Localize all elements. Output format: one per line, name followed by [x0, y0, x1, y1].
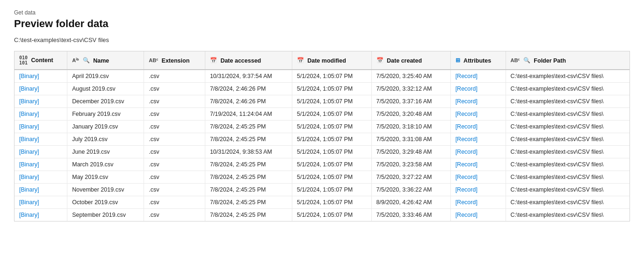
cell-folder-path: C:\test-examples\text-csv\CSV files\	[506, 184, 630, 196]
cell-date-created: 8/9/2020, 4:26:42 AM	[371, 196, 450, 209]
cell-date-accessed: 7/8/2024, 2:46:26 PM	[205, 95, 292, 108]
col-name-label: Name	[93, 57, 109, 64]
cell-attributes[interactable]: [Record]	[450, 146, 506, 158]
cell-attributes[interactable]: [Record]	[450, 83, 506, 95]
cell-attributes[interactable]: [Record]	[450, 184, 506, 196]
cell-extension: .csv	[144, 209, 205, 221]
cell-attributes[interactable]: [Record]	[450, 171, 506, 184]
cell-date-modified: 5/1/2024, 1:05:07 PM	[292, 146, 371, 158]
table-row: [Binary]December 2019.csv.csv7/8/2024, 2…	[14, 95, 630, 108]
cell-extension: .csv	[144, 133, 205, 146]
cell-content[interactable]: [Binary]	[14, 171, 67, 184]
cell-content[interactable]: [Binary]	[14, 196, 67, 209]
col-header-date-modified: 📅 Date modified	[292, 51, 371, 70]
cell-name: March 2019.csv	[67, 158, 144, 171]
cell-date-modified: 5/1/2024, 1:05:07 PM	[292, 158, 371, 171]
cal-icon-accessed: 📅	[210, 57, 217, 64]
cell-extension: .csv	[144, 83, 205, 95]
cell-folder-path: C:\test-examples\text-csv\CSV files\	[506, 158, 630, 171]
cell-content[interactable]: [Binary]	[14, 133, 67, 146]
cell-attributes[interactable]: [Record]	[450, 158, 506, 171]
cell-extension: .csv	[144, 184, 205, 196]
search-icon-fp: 🔍	[523, 57, 530, 64]
cell-date-created: 7/5/2020, 3:23:58 AM	[371, 158, 450, 171]
cell-date-created: 7/5/2020, 3:18:10 AM	[371, 121, 450, 133]
cell-date-accessed: 10/31/2024, 9:37:54 AM	[205, 70, 292, 83]
cell-content[interactable]: [Binary]	[14, 108, 67, 121]
cell-date-modified: 5/1/2024, 1:05:07 PM	[292, 209, 371, 221]
col-attributes-label: Attributes	[463, 57, 491, 64]
cell-extension: .csv	[144, 70, 205, 83]
cell-date-modified: 5/1/2024, 1:05:07 PM	[292, 108, 371, 121]
cell-name: October 2019.csv	[67, 196, 144, 209]
cell-folder-path: C:\test-examples\text-csv\CSV files\	[506, 121, 630, 133]
cell-content[interactable]: [Binary]	[14, 184, 67, 196]
cell-folder-path: C:\test-examples\text-csv\CSV files\	[506, 70, 630, 83]
cell-folder-path: C:\test-examples\text-csv\CSV files\	[506, 171, 630, 184]
grid-icon-attributes: ⊞	[456, 57, 460, 64]
cell-content[interactable]: [Binary]	[14, 209, 67, 221]
cell-attributes[interactable]: [Record]	[450, 95, 506, 108]
cell-date-modified: 5/1/2024, 1:05:07 PM	[292, 83, 371, 95]
cell-folder-path: C:\test-examples\text-csv\CSV files\	[506, 83, 630, 95]
col-extension-label: Extension	[162, 57, 190, 64]
cell-content[interactable]: [Binary]	[14, 158, 67, 171]
table-row: [Binary]February 2019.csv.csv7/19/2024, …	[14, 108, 630, 121]
cell-content[interactable]: [Binary]	[14, 95, 67, 108]
cell-extension: .csv	[144, 121, 205, 133]
search-icon-name: 🔍	[83, 57, 90, 64]
cell-name: December 2019.csv	[67, 95, 144, 108]
cell-date-created: 7/5/2020, 3:25:40 AM	[371, 70, 450, 83]
cell-date-accessed: 7/8/2024, 2:46:26 PM	[205, 83, 292, 95]
cell-name: September 2019.csv	[67, 209, 144, 221]
table-container: 010101 Content Aⁱᵇ 🔍 Name ABᶜ Extension …	[14, 51, 630, 221]
cell-folder-path: C:\test-examples\text-csv\CSV files\	[506, 133, 630, 146]
table-row: [Binary]July 2019.csv.csv7/8/2024, 2:45:…	[14, 133, 630, 146]
preview-table: 010101 Content Aⁱᵇ 🔍 Name ABᶜ Extension …	[14, 51, 630, 221]
cell-attributes[interactable]: [Record]	[450, 121, 506, 133]
cell-extension: .csv	[144, 158, 205, 171]
cell-date-accessed: 10/31/2024, 9:38:53 AM	[205, 146, 292, 158]
col-header-attributes: ⊞ Attributes	[450, 51, 506, 70]
cell-name: January 2019.csv	[67, 121, 144, 133]
cell-content[interactable]: [Binary]	[14, 146, 67, 158]
abc-icon-ext: ABᶜ	[149, 57, 158, 64]
cell-attributes[interactable]: [Record]	[450, 196, 506, 209]
cell-attributes[interactable]: [Record]	[450, 209, 506, 221]
col-date-modified-label: Date modified	[307, 57, 346, 64]
cell-attributes[interactable]: [Record]	[450, 108, 506, 121]
cell-date-accessed: 7/8/2024, 2:45:25 PM	[205, 209, 292, 221]
cell-date-accessed: 7/19/2024, 11:24:04 AM	[205, 108, 292, 121]
col-content-label: Content	[31, 57, 53, 64]
cell-attributes[interactable]: [Record]	[450, 70, 506, 83]
cell-date-accessed: 7/8/2024, 2:45:25 PM	[205, 121, 292, 133]
cell-content[interactable]: [Binary]	[14, 70, 67, 83]
col-header-folder-path: ABᶜ 🔍 Folder Path	[506, 51, 630, 70]
cell-name: June 2019.csv	[67, 146, 144, 158]
cell-date-modified: 5/1/2024, 1:05:07 PM	[292, 70, 371, 83]
col-date-created-label: Date created	[387, 57, 422, 64]
cell-folder-path: C:\test-examples\text-csv\CSV files\	[506, 209, 630, 221]
get-data-label: Get data	[14, 9, 630, 16]
cell-folder-path: C:\test-examples\text-csv\CSV files\	[506, 196, 630, 209]
cell-content[interactable]: [Binary]	[14, 121, 67, 133]
cell-extension: .csv	[144, 108, 205, 121]
col-date-accessed-label: Date accessed	[220, 57, 261, 64]
cell-date-modified: 5/1/2024, 1:05:07 PM	[292, 184, 371, 196]
folder-path: C:\test-examples\text-csv\CSV files	[14, 36, 630, 43]
cell-content[interactable]: [Binary]	[14, 83, 67, 95]
cell-date-modified: 5/1/2024, 1:05:07 PM	[292, 171, 371, 184]
cell-attributes[interactable]: [Record]	[450, 133, 506, 146]
cell-date-modified: 5/1/2024, 1:05:07 PM	[292, 95, 371, 108]
cal-icon-created: 📅	[376, 57, 384, 64]
cell-date-accessed: 7/8/2024, 2:45:25 PM	[205, 133, 292, 146]
cell-date-created: 7/5/2020, 3:27:22 AM	[371, 171, 450, 184]
col-header-name: Aⁱᵇ 🔍 Name	[67, 51, 144, 70]
cell-extension: .csv	[144, 196, 205, 209]
binary-icon: 010101	[19, 55, 28, 65]
cell-date-created: 7/5/2020, 3:29:48 AM	[371, 146, 450, 158]
table-row: [Binary]January 2019.csv.csv7/8/2024, 2:…	[14, 121, 630, 133]
table-row: [Binary]November 2019.csv.csv7/8/2024, 2…	[14, 184, 630, 196]
cell-date-accessed: 7/8/2024, 2:45:25 PM	[205, 196, 292, 209]
col-header-date-created: 📅 Date created	[371, 51, 450, 70]
